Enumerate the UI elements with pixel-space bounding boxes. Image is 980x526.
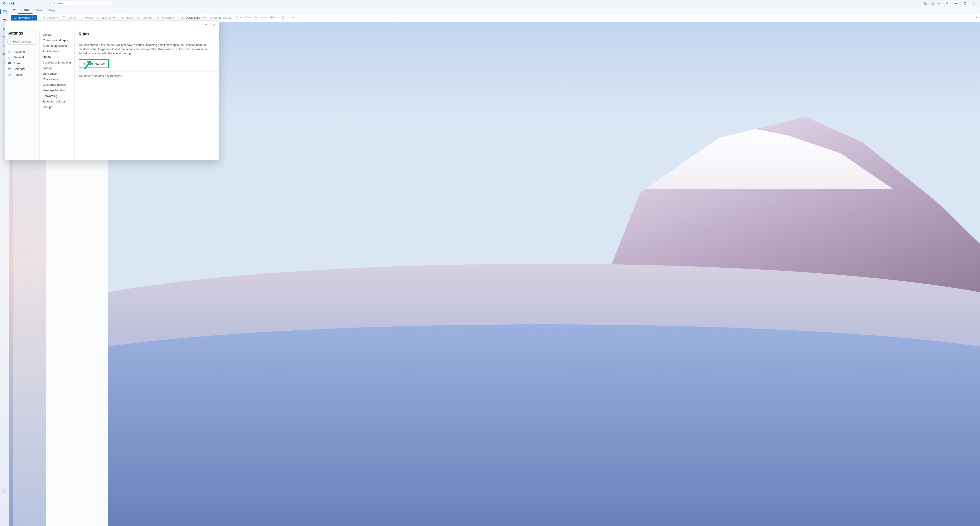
delete-button[interactable]: Delete <box>40 15 60 21</box>
reply-button[interactable]: Reply <box>119 15 135 21</box>
sub-quick[interactable]: Quick steps <box>40 77 75 82</box>
quick-steps-button[interactable]: Quick steps <box>179 15 207 21</box>
app-name: Outlook <box>3 2 15 5</box>
sub-customise[interactable]: Customise actions <box>40 82 75 88</box>
nav-accounts[interactable]: Accounts <box>7 49 37 54</box>
bell-icon[interactable] <box>929 0 936 7</box>
rail-mail[interactable] <box>1 8 8 16</box>
new-mail-label: New mail <box>18 16 30 19</box>
ribbon-expand-button[interactable] <box>974 17 978 18</box>
tab-home[interactable]: Home <box>18 7 32 14</box>
archive-icon <box>62 16 66 19</box>
nav-calendar[interactable]: Calendar <box>7 66 37 72</box>
lightbulb-icon[interactable] <box>943 0 950 7</box>
global-search-input[interactable] <box>57 2 111 5</box>
add-new-rule-label: Add new rule <box>88 62 105 65</box>
read-unread-button[interactable]: Read / Unread <box>208 15 234 21</box>
search-icon <box>9 40 11 43</box>
add-new-rule-button[interactable]: Add new rule <box>80 60 108 67</box>
nav-email[interactable]: Email <box>7 60 37 66</box>
dialog-maximize-button[interactable] <box>202 22 210 29</box>
view-settings-button[interactable] <box>268 15 277 21</box>
plus-icon <box>83 62 86 65</box>
sub-layout[interactable]: Layout <box>40 32 75 37</box>
svg-point-0 <box>53 2 54 4</box>
settings-search-input[interactable] <box>13 40 35 43</box>
sub-conditional[interactable]: Conditional formatting <box>40 60 75 65</box>
svg-line-1 <box>54 4 55 5</box>
tag-button[interactable] <box>234 15 243 21</box>
settings-gear-icon[interactable] <box>936 0 943 7</box>
new-mail-dropdown[interactable] <box>32 15 37 21</box>
pin-button[interactable] <box>252 15 259 21</box>
tag-icon <box>236 16 239 19</box>
sub-attachments[interactable]: Attachments <box>40 49 75 54</box>
settings-nav-pane: Settings Accounts General Email Calendar… <box>5 30 40 160</box>
svg-rect-25 <box>14 17 16 19</box>
ellipsis-icon <box>301 16 305 19</box>
nav-people[interactable]: People <box>7 72 37 78</box>
person-icon <box>8 50 11 53</box>
calendar-icon <box>8 67 11 71</box>
rules-description: You can create rules that tell Outlook h… <box>79 43 208 56</box>
flag-icon <box>245 16 248 19</box>
flag-button[interactable] <box>243 15 252 21</box>
svg-point-14 <box>3 36 5 37</box>
hamburger-button[interactable] <box>11 7 18 13</box>
notes-icon[interactable] <box>922 0 929 7</box>
rules-empty-text: You haven't created any rules yet. <box>79 74 215 78</box>
more-button[interactable] <box>300 15 307 21</box>
window-close-button[interactable] <box>969 0 978 7</box>
sub-compose[interactable]: Compose and reply <box>40 37 75 43</box>
titlebar: Outlook <box>0 0 980 7</box>
sub-smart[interactable]: Smart suggestions <box>40 43 75 49</box>
search-icon <box>52 2 55 5</box>
header-actions <box>922 0 950 7</box>
svg-rect-30 <box>270 17 273 19</box>
dialog-close-button[interactable] <box>210 22 218 29</box>
undo-button[interactable] <box>289 15 296 21</box>
sub-junk[interactable]: Junk email <box>40 71 75 77</box>
sub-forwarding[interactable]: Forwarding <box>40 93 75 99</box>
window-minimize-button[interactable] <box>951 0 960 7</box>
svg-rect-8 <box>3 11 6 13</box>
global-search[interactable] <box>51 1 113 6</box>
rail-bottom-icon[interactable] <box>1 487 8 495</box>
sub-sweep[interactable]: Sweep <box>40 65 75 71</box>
new-mail-button[interactable]: New mail <box>11 15 32 21</box>
svg-rect-33 <box>282 16 284 18</box>
read-icon <box>210 16 213 19</box>
quick-steps-dropdown[interactable] <box>202 15 205 21</box>
snooze-button[interactable] <box>259 15 268 21</box>
tab-view[interactable]: View <box>33 7 45 14</box>
reply-all-button[interactable]: Reply all <box>135 15 154 21</box>
settings-search[interactable] <box>7 39 37 45</box>
window-maximize-button[interactable] <box>960 0 969 7</box>
settings-title: Settings <box>7 31 37 36</box>
archive-button[interactable]: Archive <box>60 15 78 21</box>
tabs-row: Home View Help <box>10 7 980 14</box>
sub-groups[interactable]: Groups <box>40 104 75 110</box>
tab-help[interactable]: Help <box>46 7 58 14</box>
dialog-minimize-button[interactable] <box>194 22 202 29</box>
lightning-icon <box>181 16 184 19</box>
svg-point-38 <box>304 18 304 18</box>
nav-general[interactable]: General <box>7 54 37 60</box>
sub-retention[interactable]: Retention policies <box>40 99 75 104</box>
gear-icon <box>8 56 11 59</box>
print-icon <box>281 16 285 19</box>
svg-rect-5 <box>964 2 966 4</box>
clock-icon <box>261 16 264 19</box>
print-button[interactable] <box>280 15 286 21</box>
svg-point-12 <box>3 28 5 29</box>
sub-rules[interactable]: Rules <box>40 54 75 60</box>
move-to-button[interactable]: Move to <box>95 15 117 21</box>
sub-message[interactable]: Message handling <box>40 88 75 93</box>
rules-heading: Rules <box>79 32 215 37</box>
reply-icon <box>121 16 125 19</box>
svg-rect-21 <box>3 490 6 493</box>
forward-button[interactable]: Forward <box>154 15 176 21</box>
sweep-button[interactable]: Sweep <box>78 15 95 21</box>
svg-line-44 <box>10 42 11 43</box>
trash-icon <box>42 16 45 19</box>
